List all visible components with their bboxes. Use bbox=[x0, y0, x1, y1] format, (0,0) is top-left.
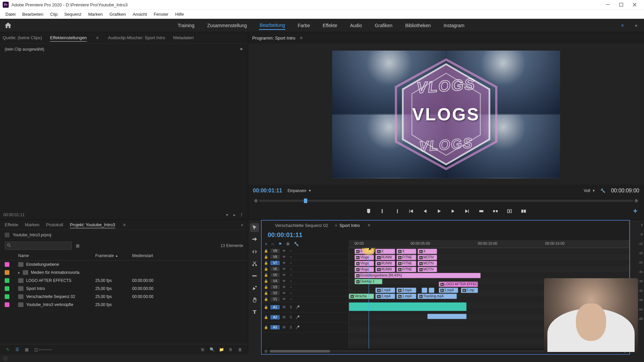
timeline-clip[interactable]: fx1.mp4 bbox=[396, 294, 416, 299]
track-label[interactable]: A2 bbox=[270, 315, 280, 319]
program-panel-menu-icon[interactable]: ≡ bbox=[299, 36, 304, 40]
timeline-clip[interactable]: fxRUNNI bbox=[375, 267, 395, 272]
footer-new-item-icon[interactable]: 🗎 bbox=[228, 347, 234, 353]
track-label[interactable]: V7 bbox=[270, 261, 280, 265]
project-tab[interactable]: Protokoll bbox=[46, 222, 63, 227]
track-record-icon[interactable]: 🎤 bbox=[295, 315, 300, 320]
video-track-header-v9[interactable]: 🔒V9👁○ bbox=[262, 248, 348, 254]
source-funnel-icon[interactable]: ▾ bbox=[226, 213, 228, 217]
audio-track-header-a1[interactable]: 🔒A1MS🎤 bbox=[262, 302, 348, 312]
col-framerate[interactable]: Framerate ▲ bbox=[95, 253, 132, 258]
footer-trash-icon[interactable]: 🗑 bbox=[237, 347, 243, 353]
ripple-edit-tool[interactable] bbox=[250, 247, 259, 256]
timeline-clip[interactable]: fxMOTIV bbox=[418, 255, 437, 260]
program-settings-icon[interactable]: 🔧 bbox=[600, 188, 605, 193]
track-lock-icon[interactable]: 🔒 bbox=[264, 291, 268, 296]
workspace-tab-effekte[interactable]: Effekte bbox=[322, 21, 338, 29]
menu-hilfe[interactable]: Hilfe bbox=[172, 10, 187, 18]
timeline-clip[interactable]: fxRUNNI bbox=[375, 261, 395, 266]
track-record-icon[interactable]: 🎤 bbox=[295, 325, 300, 330]
home-button[interactable] bbox=[4, 21, 12, 29]
program-scrub-bar[interactable] bbox=[259, 200, 633, 202]
track-lock-icon[interactable]: 🔒 bbox=[264, 279, 268, 284]
video-track-header-v5[interactable]: 🔒V5👁○ bbox=[262, 272, 348, 278]
track-visibility-icon[interactable]: 👁 bbox=[282, 291, 286, 296]
video-track-header-v3[interactable]: 🔒V3👁○ bbox=[262, 284, 348, 290]
workspace-tab-zusammenstellung[interactable]: Zusammenstellung bbox=[207, 21, 248, 29]
footer-pencil-icon[interactable]: ✎ bbox=[5, 347, 11, 353]
source-export-icon[interactable]: ⤴ bbox=[240, 213, 243, 217]
track-sync-icon[interactable]: ○ bbox=[288, 291, 293, 296]
video-track-header-v2[interactable]: 🔒V2👁○ bbox=[262, 290, 348, 296]
menu-fenster[interactable]: Fenster bbox=[150, 10, 172, 18]
track-sync-icon[interactable]: ○ bbox=[288, 285, 293, 290]
track-solo-button[interactable]: S bbox=[288, 315, 293, 320]
step-forward-button[interactable] bbox=[449, 207, 457, 215]
minimize-button[interactable] bbox=[601, 0, 614, 9]
menu-ansicht[interactable]: Ansicht bbox=[129, 10, 150, 18]
track-solo-button[interactable]: S bbox=[288, 325, 293, 330]
timeline-ruler[interactable]: 00:0000:00:05:0000:00:10:0000:00:15:00 bbox=[349, 240, 629, 248]
menu-datei[interactable]: Datei bbox=[2, 10, 19, 18]
timeline-clip[interactable] bbox=[427, 314, 467, 319]
timeline-clip[interactable]: fxX bbox=[396, 249, 416, 254]
go-to-in-button[interactable] bbox=[407, 207, 415, 215]
timeline-clip[interactable]: fx3.mp4 bbox=[396, 288, 416, 293]
program-scrub-head[interactable] bbox=[304, 198, 307, 203]
track-sync-icon[interactable]: ○ bbox=[288, 249, 293, 253]
workspace-tab-bibliotheken[interactable]: Bibliotheken bbox=[405, 21, 431, 29]
video-track-header-v7[interactable]: 🔒V7👁○ bbox=[262, 260, 348, 266]
close-button[interactable] bbox=[628, 0, 641, 9]
footer-icon-view-icon[interactable]: ▦ bbox=[23, 347, 30, 353]
lift-button[interactable] bbox=[477, 207, 485, 215]
tl-snap-icon[interactable]: ⌖ bbox=[265, 242, 267, 246]
track-sync-icon[interactable]: ○ bbox=[288, 273, 293, 278]
timeline-clip[interactable]: fxMOTIV bbox=[418, 267, 437, 272]
workspace-tab-bearbeitung[interactable]: Bearbeitung bbox=[259, 21, 286, 30]
track-visibility-icon[interactable]: 👁 bbox=[282, 267, 286, 272]
timeline-clip[interactable]: fxLOGO AFTER EFFEC bbox=[439, 282, 478, 287]
workspace-tab-menu-icon[interactable]: ≡ bbox=[620, 23, 625, 28]
tl-marker-icon[interactable]: ⚑ bbox=[278, 242, 282, 246]
slip-tool[interactable] bbox=[250, 272, 259, 280]
track-visibility-icon[interactable]: 👁 bbox=[282, 297, 286, 302]
menu-clip[interactable]: Clip bbox=[47, 10, 61, 18]
project-tab-menu-icon[interactable]: ≡ bbox=[122, 223, 127, 227]
col-mediastart[interactable]: Medienstart bbox=[132, 253, 243, 258]
track-visibility-icon[interactable]: 👁 bbox=[282, 255, 286, 259]
track-label[interactable]: V2 bbox=[270, 291, 280, 295]
source-tab[interactable]: Quelle: (keine Clips) bbox=[3, 35, 42, 40]
mark-in-button[interactable] bbox=[379, 207, 387, 215]
timeline-tab[interactable]: Verschachtelte Sequenz 02 bbox=[275, 223, 328, 228]
project-item-row[interactable]: Sport Intro25,00 fps00:00:00:00 bbox=[0, 285, 248, 293]
track-visibility-icon[interactable]: 👁 bbox=[282, 273, 286, 278]
export-frame-button[interactable] bbox=[505, 207, 514, 215]
track-mute-button[interactable]: M bbox=[282, 305, 286, 310]
track-label[interactable]: V8 bbox=[270, 255, 280, 259]
footer-search-icon[interactable]: 🔍 bbox=[209, 347, 215, 353]
track-sync-icon[interactable]: ○ bbox=[288, 279, 293, 284]
track-lock-icon[interactable]: 🔒 bbox=[264, 261, 268, 265]
timeline-clip[interactable]: fxFITNE bbox=[396, 255, 416, 260]
project-item-row[interactable]: Youtube_Intro3 verknüpfte25,00 fps bbox=[0, 301, 248, 309]
scrub-zoom-out[interactable] bbox=[254, 199, 258, 202]
menu-bearbeiten[interactable]: Bearbeiten bbox=[19, 10, 47, 18]
project-search-input[interactable] bbox=[5, 242, 72, 250]
timeline-clip[interactable]: fxFITNE bbox=[396, 261, 416, 266]
audio-track-header-a2[interactable]: 🔒A2MS🎤 bbox=[262, 312, 348, 322]
razor-tool[interactable] bbox=[250, 259, 259, 268]
project-item-row[interactable]: LOGO AFTER EFFECTS25,00 fps00:00:00:00 bbox=[0, 277, 248, 285]
timeline-clip[interactable]: fxX bbox=[375, 249, 395, 254]
program-fit-dropdown[interactable]: Einpassen▼ bbox=[287, 188, 311, 193]
project-tab[interactable]: Marken bbox=[25, 222, 39, 227]
track-visibility-icon[interactable]: 👁 bbox=[282, 279, 286, 284]
tl-settings-icon[interactable]: ⚙ bbox=[286, 242, 290, 246]
track-visibility-icon[interactable]: 👁 bbox=[282, 249, 286, 253]
track-record-icon[interactable]: 🎤 bbox=[295, 305, 300, 310]
timeline-clip[interactable]: fxFITNE bbox=[396, 267, 416, 272]
track-sync-icon[interactable]: ○ bbox=[288, 255, 293, 259]
timeline-clip[interactable] bbox=[429, 288, 434, 293]
timeline-clip[interactable]: fxVlogs bbox=[355, 267, 374, 272]
footer-zoom-slider[interactable]: ○──── bbox=[42, 347, 48, 353]
source-tab-menu-icon[interactable]: ≡ bbox=[95, 36, 100, 40]
